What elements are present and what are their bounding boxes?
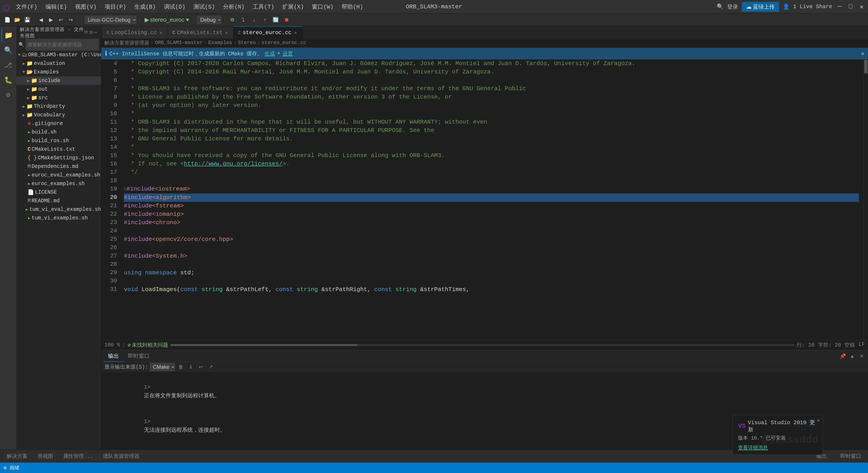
menu-project[interactable]: 项目(P) (101, 2, 130, 11)
scroll-position-bar[interactable] (170, 344, 795, 346)
breadcrumb-part-2[interactable]: Examples (209, 40, 232, 46)
menu-extensions[interactable]: 扩展(X) (278, 2, 308, 11)
zoom-level[interactable]: 100 % (104, 342, 120, 348)
step-over-button[interactable]: ⤵ (239, 16, 248, 24)
output-scroll-lock-button[interactable]: ⇓ (187, 363, 195, 371)
menu-debug[interactable]: 调试(D) (160, 2, 189, 11)
nav-team-explorer[interactable]: 团队资源管理器 (98, 451, 144, 461)
intellisense-build-link[interactable]: 生成 (265, 50, 275, 57)
panel-pin-button[interactable]: 📌 (839, 352, 847, 360)
tab-loopclosing[interactable]: C LoopClosing.cc ✕ (102, 26, 168, 38)
maximize-button[interactable]: □ (847, 3, 854, 11)
menu-help[interactable]: 帮助(H) (338, 2, 367, 11)
nav-solution-explorer[interactable]: 解决方案 (2, 451, 32, 461)
activity-git[interactable]: ⎇ (1, 58, 15, 72)
activity-search[interactable]: 🔍 (1, 43, 15, 57)
tree-item-dependencies[interactable]: M Dependencies.md (16, 162, 101, 171)
close-button[interactable]: ✕ (858, 2, 865, 11)
scroll-thumb[interactable] (864, 60, 868, 73)
tree-item-vocabulary[interactable]: ▶ 📁 Vocabulary (16, 111, 101, 119)
code-editor[interactable]: 4 5 6 7 8 9 10 11 12 13 14 15 16 17 18 1… (101, 59, 868, 340)
sidebar-icon-sync[interactable]: ⟳ (84, 29, 88, 35)
activity-explorer[interactable]: 📁 (1, 29, 15, 42)
redo-button[interactable]: ↪ (66, 16, 75, 24)
sidebar-search-input[interactable] (26, 39, 99, 51)
live-share-label[interactable]: 1 Live Share (793, 4, 832, 10)
tree-item-cmakelists[interactable]: C CMakeLists.txt (16, 145, 101, 154)
config-dropdown[interactable]: Linux-GCC-Debug (85, 16, 136, 24)
panel-tab-output[interactable]: 输出 (103, 350, 123, 362)
search-title-icon[interactable]: 🔍 (717, 3, 723, 10)
tree-item-evaluation[interactable]: ▶ 📁 evaluation (16, 59, 101, 68)
menu-build[interactable]: 生成(B) (130, 2, 160, 11)
debug-button[interactable]: ⚙ (228, 16, 237, 24)
tab-cmakelists[interactable]: C CMakeLists.txt ✕ (168, 26, 234, 38)
output-clear-button[interactable]: 🗑 (177, 363, 185, 371)
nav-immediate[interactable]: 即时窗口 (836, 451, 866, 461)
indent-label[interactable]: 空格 (844, 342, 855, 348)
menu-window[interactable]: 窗口(W) (308, 2, 338, 11)
tab-close-stereo-euroc[interactable]: ✕ (293, 29, 298, 36)
menu-view[interactable]: 视图(V) (71, 2, 101, 11)
intellisense-settings-link[interactable]: 设置 (283, 50, 293, 57)
issues-status[interactable]: ⊘ 未找到相关问题 (128, 342, 168, 348)
menu-test[interactable]: 测试(S) (189, 2, 219, 11)
build-type-dropdown[interactable]: Debug (197, 16, 221, 24)
stop-button[interactable]: ⏹ (282, 16, 291, 24)
restart-button[interactable]: 🔄 (271, 16, 280, 24)
forward-button[interactable]: ▶ (46, 16, 55, 24)
tab-stereo-euroc[interactable]: C stereo_euroc.cc ✕ (234, 26, 303, 38)
tree-item-euroc-eval[interactable]: ▸ euroc_eval_examples.sh (16, 171, 101, 180)
tree-item-thirdparty[interactable]: ▶ 📁 Thirdparty (16, 102, 101, 111)
save-button[interactable]: 💾 (23, 16, 32, 24)
intellisense-close-button[interactable]: ✕ (861, 51, 864, 57)
activity-extensions[interactable]: ⚙ (1, 88, 15, 102)
tree-item-buildrossh[interactable]: ▸ build_ros.sh (16, 136, 101, 145)
breadcrumb-part-1[interactable]: ORB_SLAM3-master (155, 40, 203, 46)
tree-item-cmakesettings[interactable]: { } CMakeSettings.json (16, 154, 101, 162)
sidebar-icon-collapse[interactable]: ⊟ (90, 29, 93, 35)
step-out-button[interactable]: ↑ (260, 16, 270, 24)
tree-item-buildsh[interactable]: ▸ build.sh (16, 128, 101, 136)
panel-tab-immediate[interactable]: 即时窗口 (123, 350, 154, 362)
tree-item-tum-eval[interactable]: ▸ tum_vi_eval_examples.sh (16, 205, 101, 214)
cloud-upload-button[interactable]: ☁ 蓝绿上传 (742, 2, 779, 12)
tree-item-license[interactable]: 📄 LICENSE (16, 188, 101, 197)
menu-analyze[interactable]: 分析(N) (219, 2, 249, 11)
tree-item-src[interactable]: ▶ 📁 src (16, 94, 101, 102)
run-button[interactable]: ▶ stereo_euroc ▾ (143, 15, 191, 24)
char-col[interactable]: 字符: 20 (818, 342, 841, 348)
tree-item-examples[interactable]: ▼ 📂 Examples (16, 68, 101, 76)
new-file-button[interactable]: 📄 (3, 16, 12, 24)
panel-up-button[interactable]: ▲ (848, 352, 856, 360)
code-content[interactable]: * Copyright (C) 2017-2020 Carlos Campos,… (119, 59, 864, 340)
output-open-external-button[interactable]: ↗ (207, 363, 215, 371)
line-col[interactable]: 行: 20 (797, 342, 814, 348)
tree-item-readme[interactable]: M README.md (16, 197, 101, 205)
tab-close-loopclosing[interactable]: ✕ (159, 29, 163, 36)
gnu-license-link[interactable]: http://www.gnu.org/licenses/ (184, 160, 283, 167)
editor-scrollbar[interactable] (864, 59, 868, 340)
output-source-dropdown[interactable]: CMake (150, 363, 175, 371)
login-text[interactable]: 登录 (727, 3, 738, 10)
tree-item-include[interactable]: ▶ 📁 include (16, 76, 101, 85)
encoding-label[interactable]: LF (859, 342, 865, 348)
minimize-button[interactable]: ─ (836, 3, 843, 11)
tree-item-root[interactable]: ▼ 🗂 ORB_SLAM3-master (C:\Users\M (16, 51, 101, 59)
nav-class-view[interactable]: 类视图 (33, 451, 58, 461)
breadcrumb-part-4[interactable]: stereo_euroc.cc (261, 40, 306, 46)
sidebar-icon-more[interactable]: ⋯ (94, 29, 97, 35)
output-word-wrap-button[interactable]: ↩ (197, 363, 205, 371)
menu-file[interactable]: 文件(F) (12, 2, 41, 11)
open-button[interactable]: 📂 (13, 16, 22, 24)
step-into-button[interactable]: ↓ (250, 16, 258, 24)
tree-item-euroc-ex[interactable]: ▸ euroc_examples.sh (16, 180, 101, 188)
tab-close-cmakelists[interactable]: ✕ (224, 29, 229, 36)
panel-close-button[interactable]: ✕ (858, 352, 866, 360)
vs-update-link[interactable]: 查看详细消息 (738, 445, 768, 451)
tree-item-gitignore[interactable]: ⊚ .gitignore (16, 119, 101, 128)
activity-debug[interactable]: 🐛 (1, 73, 15, 87)
tree-item-out[interactable]: ▶ 📁 out (16, 85, 101, 94)
tree-item-tum-ex[interactable]: ▸ tum_vi_examples.sh (16, 214, 101, 222)
breadcrumb-part-0[interactable]: 解决方案资源管理器 (104, 39, 149, 46)
